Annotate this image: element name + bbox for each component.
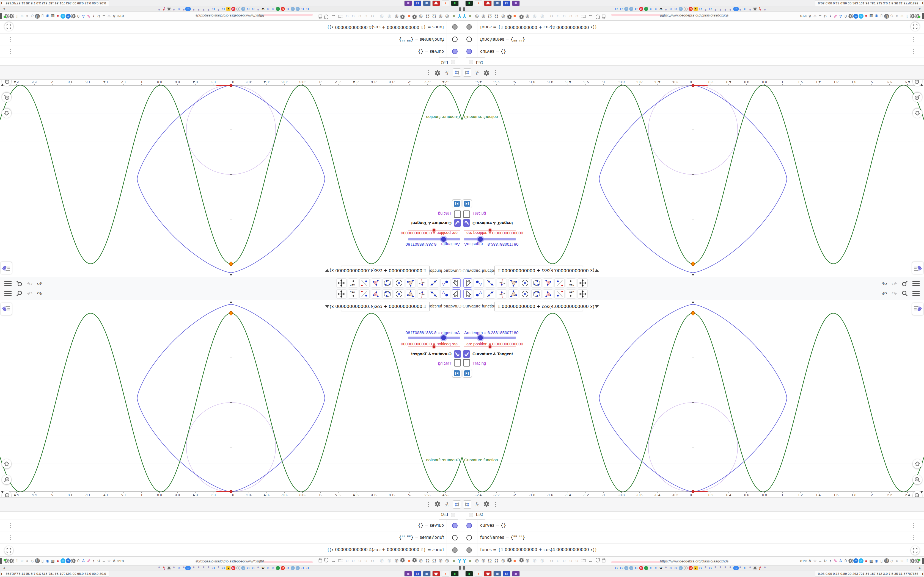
tool-polygon-button[interactable]	[405, 278, 416, 288]
browser-tab[interactable]	[753, 7, 757, 11]
tool-point-button[interactable]: A	[473, 278, 484, 288]
extension-list-dark-icon[interactable]: ▥	[50, 14, 55, 19]
browser-tab[interactable]: *	[713, 7, 717, 11]
tracing-checkbox[interactable]	[463, 359, 470, 366]
browser-tab[interactable]: G	[300, 566, 305, 570]
headset-icon[interactable]: Ω	[426, 558, 430, 564]
tool-move-cursor-button[interactable]	[464, 289, 472, 299]
extension-wrench-icon[interactable]	[910, 14, 915, 19]
extension-forward-icon[interactable]: →	[102, 14, 107, 19]
globe-icon[interactable]: ⊕	[481, 13, 486, 19]
tool-slider-button[interactable]: a=2	[566, 278, 576, 288]
firefox-icon[interactable]: ●	[513, 13, 516, 19]
fx-button[interactable]: fx	[443, 500, 451, 509]
taskbar-floppy-64-button[interactable]: 64	[503, 571, 510, 577]
browser-tab[interactable]: G	[669, 7, 673, 11]
extension-plus-blue-icon[interactable]: +	[853, 14, 858, 19]
row-kebab-icon[interactable]	[10, 523, 11, 529]
browser-tab[interactable]: i	[684, 7, 688, 11]
page-zoom-indicator[interactable]: 81%	[800, 559, 807, 563]
collapse-list-button[interactable]: −	[451, 513, 455, 517]
globe-faint-icon[interactable]: ⊕	[540, 13, 544, 19]
browser-tab[interactable]: i	[236, 7, 240, 11]
gear-icon[interactable]	[400, 558, 405, 564]
dot-icon[interactable]: ○	[352, 558, 355, 564]
kebab-menu-button[interactable]	[425, 500, 433, 509]
dot-icon[interactable]: ○	[569, 13, 572, 19]
fullscreen-button[interactable]	[5, 22, 13, 31]
browser-tab[interactable]: f	[162, 7, 166, 11]
zoom-in-button[interactable]	[913, 93, 922, 102]
browser-tab-active[interactable]: ●	[185, 566, 191, 570]
taskbar-purple-app-button[interactable]: ◉	[404, 0, 412, 6]
function-selector-dropdown[interactable]: 1.000000000000 + cos(4.000000000000 x)	[341, 266, 430, 275]
browser-tab[interactable]: ·	[679, 7, 683, 11]
pause-icon[interactable]	[459, 566, 461, 570]
globe-icon[interactable]: ⊕	[394, 13, 399, 19]
tab-overflow-chevron[interactable]: ∧	[3, 566, 5, 570]
tool-point-button[interactable]: A	[473, 289, 484, 299]
kebab-menu-button[interactable]	[491, 500, 499, 509]
browser-tab[interactable]: *	[763, 566, 767, 570]
visibility-toggle-circle[interactable]	[467, 547, 472, 553]
browser-tab[interactable]: *	[664, 7, 668, 11]
extension-counter-icon[interactable]: 0	[843, 14, 848, 19]
yandex-y-icon[interactable]: Y	[462, 558, 466, 564]
back-arrow-icon[interactable]: ←	[331, 558, 336, 564]
taskbar-firefox-button[interactable]: ●	[442, 571, 449, 577]
gear-icon[interactable]	[519, 558, 524, 564]
algebra-row[interactable]: curves = {}	[462, 520, 924, 531]
extension-upload-icon[interactable]: ↑	[828, 14, 833, 19]
yandex-y-icon[interactable]: Y	[462, 13, 466, 19]
graphics-view[interactable]: -2.4-2.2-2-1.8-1.6-1.4-1.2-1-0.8-0.6-0.4…	[0, 300, 462, 497]
browser-tab[interactable]: G	[674, 7, 678, 11]
undo-icon[interactable]: ↶	[37, 279, 42, 287]
extension-globe-color-icon[interactable]: ◉	[874, 558, 879, 563]
extension-globe-gray-icon[interactable]: ⊕	[19, 14, 24, 19]
browser-tab[interactable]: Я	[231, 7, 236, 11]
wrench-icon[interactable]	[412, 558, 417, 564]
taskbar-monitor-button[interactable]: ▣	[423, 0, 431, 6]
extension-upload-icon[interactable]: ↑	[828, 558, 833, 563]
extension-reload-icon[interactable]: ↻	[823, 558, 828, 563]
tab-overflow-chevron[interactable]: ∧	[3, 7, 5, 11]
olive-dot-icon[interactable]: ●	[452, 558, 456, 564]
tool-line-button[interactable]	[429, 278, 439, 288]
arc-position-slider[interactable]	[464, 347, 516, 347]
extension-translate-blue-icon[interactable]: A	[81, 14, 86, 19]
tool-polygon-button[interactable]	[508, 278, 519, 288]
taskbar-floppy-64-button[interactable]: 64	[414, 571, 421, 577]
taskbar-monitor-button[interactable]: ▣	[493, 571, 501, 577]
dot-icon[interactable]: ○	[569, 558, 572, 564]
extension-globe-color-icon[interactable]: ◉	[45, 14, 50, 19]
dot-icon[interactable]: ○	[358, 13, 361, 19]
browser-tab[interactable]: *	[728, 7, 732, 11]
lock-icon[interactable]	[602, 558, 606, 564]
visibility-toggle-circle[interactable]	[467, 49, 472, 55]
browser-tab[interactable]: ·	[296, 566, 300, 570]
browser-tab[interactable]: G	[669, 566, 673, 570]
browser-tab[interactable]: G	[619, 566, 624, 570]
kebab-menu-button[interactable]	[425, 68, 433, 77]
arc-length-slider[interactable]	[464, 238, 516, 240]
extension-trash-icon[interactable]: ▯	[879, 558, 884, 563]
browser-tab[interactable]: *	[182, 566, 186, 570]
tree-view-button[interactable]	[453, 500, 461, 509]
algebra-row[interactable]: curves = {}	[462, 46, 924, 57]
globe-icon[interactable]: ⊕	[501, 558, 506, 564]
tool-move-cursor-button[interactable]	[452, 278, 460, 288]
browser-tab[interactable]: W	[261, 566, 265, 570]
arc-length-slider[interactable]	[408, 238, 460, 240]
browser-tab[interactable]	[753, 566, 757, 570]
browser-tab[interactable]: *	[182, 7, 186, 11]
browser-tab[interactable]: ▲	[226, 7, 231, 11]
algebra-expression[interactable]: funcNames = {"" ""}	[480, 535, 525, 540]
dot-icon[interactable]: ○	[557, 13, 560, 19]
browser-tab[interactable]: ~	[644, 566, 648, 570]
globe-faint-icon[interactable]: ⊕	[540, 558, 544, 564]
tool-conic-button[interactable]	[531, 278, 541, 288]
browser-tab[interactable]: ·	[629, 566, 633, 570]
tree-view-button[interactable]	[453, 68, 461, 77]
gear-icon[interactable]	[400, 13, 405, 19]
extension-dot-gray-icon[interactable]: ●	[25, 14, 30, 19]
